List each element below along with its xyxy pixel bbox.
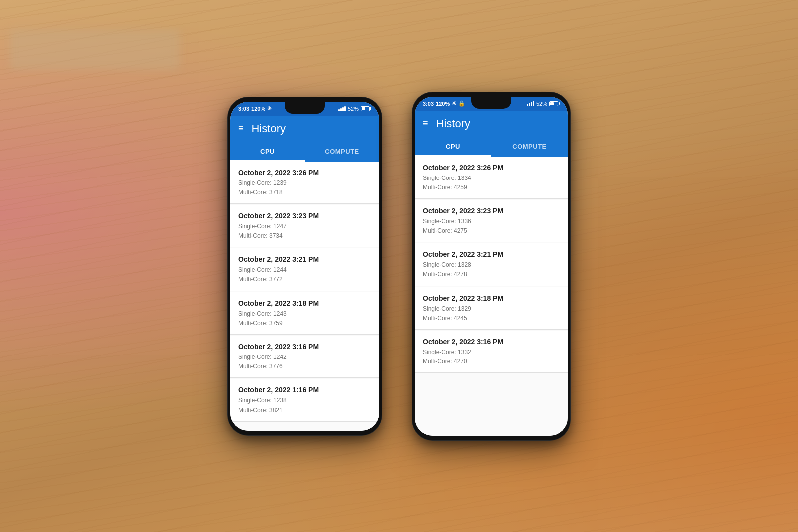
list-item[interactable]: October 2, 2022 3:23 PM Single-Core: 124… <box>230 205 379 247</box>
phone-right-status-right: 52% <box>527 101 560 107</box>
phone-right-settings-icon: ✳ <box>452 100 456 107</box>
phone-left-notch <box>285 102 325 114</box>
phone-right-content: October 2, 2022 3:26 PM Single-Core: 133… <box>415 157 568 436</box>
phone-right-battery-icon <box>549 101 560 106</box>
phone-right-menu-icon[interactable]: ≡ <box>423 118 428 129</box>
phone-right-app-title: History <box>436 117 470 130</box>
item-scores: Single-Core: 1243Multi-Core: 3759 <box>238 309 371 328</box>
list-item[interactable]: October 2, 2022 3:16 PM Single-Core: 124… <box>230 336 379 378</box>
phone-left: 3:03 120% ✳ 52% <box>227 97 382 436</box>
item-scores: Single-Core: 1247Multi-Core: 3734 <box>238 222 371 241</box>
phone-left-battery-pct: 52% <box>348 106 359 112</box>
list-item[interactable]: October 2, 2022 3:21 PM Single-Core: 124… <box>230 248 379 291</box>
phones-container: 3:03 120% ✳ 52% <box>0 0 798 532</box>
phone-left-tab-compute[interactable]: COMPUTE <box>305 142 379 162</box>
item-date: October 2, 2022 3:23 PM <box>238 212 371 220</box>
item-scores: Single-Core: 1242Multi-Core: 3776 <box>238 353 371 371</box>
list-item[interactable]: October 2, 2022 3:18 PM Single-Core: 132… <box>415 287 568 330</box>
phone-left-status-left: 3:03 120% ✳ <box>238 105 272 112</box>
item-scores: Single-Core: 1238Multi-Core: 3821 <box>238 396 371 415</box>
phone-right-brightness: 120% <box>436 101 450 107</box>
phone-right-screen: 3:03 120% ✳ 🔒 52% <box>415 97 568 436</box>
list-item[interactable]: October 2, 2022 3:23 PM Single-Core: 133… <box>415 200 568 242</box>
list-item[interactable]: October 2, 2022 3:26 PM Single-Core: 123… <box>230 162 379 204</box>
phone-left-menu-icon[interactable]: ≡ <box>238 123 244 134</box>
item-scores: Single-Core: 1334Multi-Core: 4259 <box>423 174 560 192</box>
phone-right-tabs: CPU COMPUTE <box>415 137 568 157</box>
phone-left-screen: 3:03 120% ✳ 52% <box>230 102 379 431</box>
list-item[interactable]: October 2, 2022 1:16 PM Single-Core: 123… <box>230 379 379 421</box>
item-date: October 2, 2022 3:26 PM <box>238 169 371 177</box>
phone-right-tab-compute[interactable]: COMPUTE <box>491 137 568 157</box>
phone-right: 3:03 120% ✳ 🔒 52% <box>412 92 571 441</box>
phone-left-time: 3:03 <box>238 106 249 112</box>
phone-right-battery-pct: 52% <box>536 101 547 107</box>
phone-left-app-title: History <box>252 122 286 135</box>
list-item[interactable]: October 2, 2022 3:16 PM Single-Core: 133… <box>415 331 568 373</box>
phone-left-tab-cpu[interactable]: CPU <box>230 142 305 162</box>
item-scores: Single-Core: 1244Multi-Core: 3772 <box>238 265 371 284</box>
item-date: October 2, 2022 3:26 PM <box>423 164 560 172</box>
item-scores: Single-Core: 1332Multi-Core: 4270 <box>423 348 560 366</box>
list-item[interactable]: October 2, 2022 3:21 PM Single-Core: 132… <box>415 243 568 286</box>
list-item[interactable]: October 2, 2022 3:26 PM Single-Core: 133… <box>415 157 568 199</box>
phone-right-notch <box>471 97 511 109</box>
item-date: October 2, 2022 3:21 PM <box>423 250 560 258</box>
item-scores: Single-Core: 1336Multi-Core: 4275 <box>423 217 560 236</box>
phone-left-status-right: 52% <box>338 106 371 112</box>
phone-left-content: October 2, 2022 3:26 PM Single-Core: 123… <box>230 162 379 431</box>
item-date: October 2, 2022 3:16 PM <box>238 343 371 351</box>
phone-left-brightness: 120% <box>251 106 265 112</box>
phone-right-lock-icon: 🔒 <box>458 100 465 107</box>
item-date: October 2, 2022 3:18 PM <box>238 299 371 307</box>
phone-left-app-bar: ≡ History <box>230 116 379 142</box>
phone-left-tabs: CPU COMPUTE <box>230 142 379 162</box>
item-date: October 2, 2022 3:21 PM <box>238 255 371 263</box>
phone-right-status-left: 3:03 120% ✳ 🔒 <box>423 100 465 107</box>
item-date: October 2, 2022 1:16 PM <box>238 386 371 394</box>
phone-right-time: 3:03 <box>423 101 434 107</box>
item-date: October 2, 2022 3:18 PM <box>423 294 560 302</box>
phone-left-signal-bars <box>338 106 346 111</box>
phone-left-settings-icon: ✳ <box>267 105 272 112</box>
item-scores: Single-Core: 1329Multi-Core: 4245 <box>423 304 560 323</box>
phone-right-tab-cpu[interactable]: CPU <box>415 137 491 157</box>
phone-right-app-bar: ≡ History <box>415 111 568 137</box>
item-date: October 2, 2022 3:16 PM <box>423 338 560 346</box>
list-item[interactable]: October 2, 2022 3:18 PM Single-Core: 124… <box>230 292 379 335</box>
item-date: October 2, 2022 3:23 PM <box>423 207 560 215</box>
item-scores: Single-Core: 1328Multi-Core: 4278 <box>423 260 560 279</box>
phone-left-battery-icon <box>361 106 371 111</box>
item-scores: Single-Core: 1239Multi-Core: 3718 <box>238 178 371 197</box>
phone-right-signal-bars <box>527 101 534 106</box>
